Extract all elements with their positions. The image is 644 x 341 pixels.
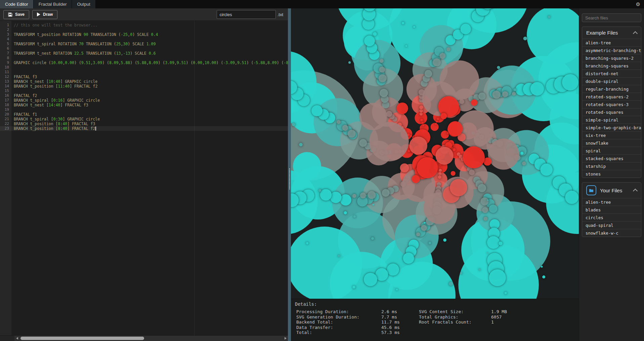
open-folder-button[interactable] — [586, 185, 596, 195]
code-line[interactable]: 4 — [0, 37, 288, 42]
code-line[interactable]: 7TRANSFORM t_nest ROTATION 22.5 TRANSLAT… — [0, 51, 288, 56]
editor-toolbar: Save Draw .txt — [0, 8, 288, 21]
code-line[interactable]: 3TRANSFORM t_position ROTATION 90 TRANSL… — [0, 32, 288, 37]
scrollbar-thumb[interactable] — [20, 337, 144, 340]
detail-value: 11.7 ms — [381, 320, 418, 325]
scroll-right-button[interactable] — [283, 336, 288, 341]
file-list-item[interactable]: spiral — [582, 147, 641, 154]
code-text — [9, 70, 14, 75]
save-icon — [8, 12, 12, 17]
code-line[interactable]: 13BRANCH t_nest [10:40] GRAPHIC circle — [0, 79, 288, 84]
line-number: 18 — [0, 103, 9, 107]
file-list-item[interactable]: simple-spiral — [582, 116, 641, 124]
code-line[interactable]: 5TRANSFORM t_spiral ROTATION 70 TRANSLAT… — [0, 42, 288, 46]
code-line[interactable]: 12FRACTAL f3 — [0, 75, 288, 79]
file-list-item[interactable]: rotated-squares-2 — [582, 93, 641, 100]
detail-row: Backend Total:11.7 ms — [296, 320, 418, 325]
pane-divider[interactable] — [288, 8, 291, 341]
line-number: 9 — [0, 60, 9, 65]
main-area: Save Draw .txt 1// this one will test th… — [0, 8, 644, 341]
file-list-item[interactable]: starship — [582, 162, 641, 170]
code-line[interactable]: 23BRANCH t_position [8:40] FRACTAL f2 — [0, 126, 288, 131]
code-line[interactable]: 6 — [0, 46, 288, 51]
your-files-list: alien-treebladescirclesquad-spiralsnowfl… — [582, 198, 641, 237]
horizontal-scrollbar[interactable] — [0, 335, 288, 341]
settings-gear-icon[interactable]: ⚙ — [636, 0, 640, 8]
code-line[interactable]: 8 — [0, 56, 288, 60]
detail-value: 45.6 ms — [381, 325, 418, 330]
your-files-title: Your Files — [600, 188, 622, 193]
line-number: 1 — [0, 23, 9, 28]
line-number: 23 — [0, 126, 9, 131]
details-panel: Details: Processing Duration:2.6 msSVG G… — [291, 299, 579, 341]
line-number: 3 — [0, 32, 9, 37]
scroll-left-arrow-icon — [16, 337, 18, 340]
detail-label: Processing Duration: — [296, 309, 381, 314]
code-line[interactable]: 1// this one will test the browser... — [0, 23, 288, 28]
file-list-item[interactable]: branching-squares — [582, 62, 641, 69]
detail-row: Root Fractals Count:1 — [419, 320, 507, 325]
code-line[interactable]: 17BRANCH t_spiral [0:16] GRAPHIC circle — [0, 98, 288, 103]
save-button[interactable]: Save — [3, 10, 29, 19]
file-list-item[interactable]: snowflake-w-c — [582, 229, 641, 237]
file-list-item[interactable]: alien-tree — [582, 198, 641, 206]
code-line[interactable]: 2 — [0, 28, 288, 32]
file-list-item[interactable]: six-tree — [582, 131, 641, 139]
code-line[interactable]: 9GRAPHIC circle (10.00,0.00) (9.51,3.09)… — [0, 60, 288, 65]
search-input[interactable] — [582, 13, 641, 22]
code-line[interactable]: 14BRANCH t_position [11:40] FRACTAL f2 — [0, 84, 288, 89]
text-cursor — [95, 127, 96, 131]
code-line[interactable]: 11 — [0, 70, 288, 75]
file-list-item[interactable]: branching-squares-2 — [582, 54, 641, 62]
code-line[interactable]: 22BRANCH t_position [8:40] FRACTAL f3 — [0, 121, 288, 126]
chevron-up-icon — [633, 189, 638, 193]
draw-button[interactable]: Draw — [32, 10, 57, 19]
code-text: BRANCH t_spiral [0:30] GRAPHIC circle — [9, 117, 100, 121]
scroll-left-button[interactable] — [14, 336, 19, 341]
code-line[interactable]: 15 — [0, 89, 288, 93]
code-line[interactable]: 21BRANCH t_spiral [0:30] GRAPHIC circle — [0, 117, 288, 121]
tab-output[interactable]: Output — [72, 0, 95, 8]
detail-row: Data Transfer:45.6 ms — [296, 325, 418, 330]
code-line[interactable]: 19 — [0, 107, 288, 112]
file-list-item[interactable]: circles — [582, 213, 641, 221]
file-extension-label: .txt — [277, 12, 283, 17]
save-label: Save — [15, 12, 25, 17]
file-list-item[interactable]: stones — [582, 170, 641, 178]
code-line[interactable]: 20FRACTAL f1 — [0, 112, 288, 117]
detail-value: 2.6 ms — [381, 309, 418, 314]
file-list-item[interactable]: double-spiral — [582, 77, 641, 85]
chevron-up-icon — [633, 31, 638, 36]
file-list-item[interactable]: asymmetric-branching-t — [582, 46, 641, 54]
file-list-item[interactable]: simple-two-graphic-bra — [582, 124, 641, 131]
code-editor[interactable]: 1// this one will test the browser...23T… — [0, 21, 288, 335]
file-list-item[interactable]: regular-branching — [582, 85, 641, 93]
code-line[interactable]: 18BRANCH t_nest [14:40] FRACTAL f3 — [0, 103, 288, 107]
file-list-item[interactable]: rotated-squares — [582, 108, 641, 116]
tab-fractal-builder[interactable]: Fractal Builder — [34, 0, 72, 8]
scroll-right-arrow-icon — [285, 337, 287, 340]
code-line[interactable]: 16FRACTAL f2 — [0, 93, 288, 98]
scrollbar-track[interactable] — [19, 336, 283, 341]
line-number: 12 — [0, 75, 9, 79]
line-number: 2 — [0, 28, 9, 32]
details-right-column: SVG Content Size:1.9 MBTotal Graphics:60… — [419, 309, 507, 335]
tab-code-editor[interactable]: Code Editor — [0, 0, 34, 8]
line-number: 20 — [0, 112, 9, 117]
filename-input[interactable] — [217, 10, 276, 19]
example-files-header[interactable]: Example Files — [582, 27, 641, 39]
details-left-column: Processing Duration:2.6 msSVG Generation… — [296, 309, 418, 335]
file-list-item[interactable]: blades — [582, 206, 641, 213]
code-text: BRANCH t_nest [10:40] GRAPHIC circle — [9, 79, 97, 84]
code-line[interactable]: 10 — [0, 65, 288, 70]
line-number: 7 — [0, 51, 9, 56]
file-list-item[interactable]: quad-spiral — [582, 221, 641, 229]
file-list-item[interactable]: stacked-squares — [582, 154, 641, 162]
file-list-item[interactable]: alien-tree — [582, 39, 641, 46]
file-list-item[interactable]: snowflake — [582, 139, 641, 147]
file-list-item[interactable]: rotated-squares-3 — [582, 100, 641, 108]
file-list-item[interactable]: distorted-net — [582, 69, 641, 77]
your-files-header[interactable]: Your Files — [582, 183, 641, 198]
fractal-canvas[interactable] — [291, 8, 579, 299]
divider-grip[interactable] — [288, 170, 291, 188]
